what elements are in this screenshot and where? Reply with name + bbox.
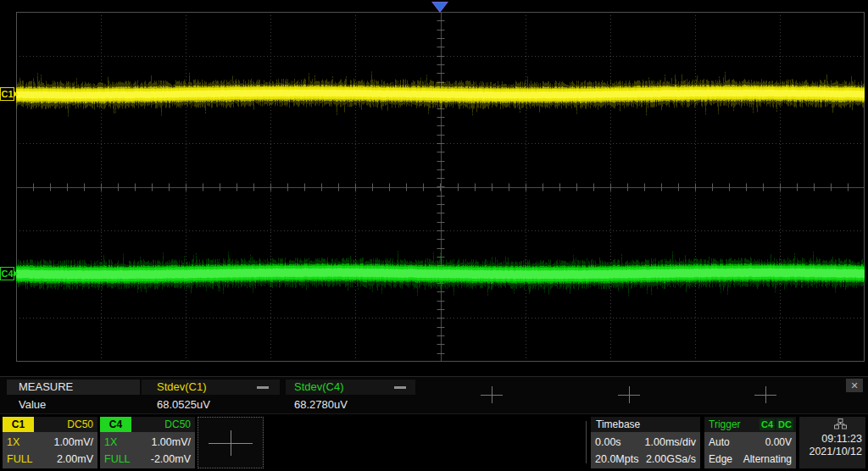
- channel-1-offset: 2.00mV: [57, 451, 93, 468]
- timebase-title: Timebase: [591, 417, 700, 432]
- timebase-memory: 20.0Mpts: [595, 451, 638, 468]
- add-channel-slot[interactable]: [198, 417, 264, 468]
- channel-4-scale: 1.00mV/: [151, 434, 191, 451]
- add-measurement-slot[interactable]: [475, 384, 509, 406]
- trigger-source-badge: C4: [760, 418, 775, 430]
- trigger-panel[interactable]: Trigger C4 DC Auto 0.00V Edge Alternatin…: [704, 417, 796, 468]
- trigger-level: 0.00V: [765, 434, 792, 451]
- add-measurement-slot[interactable]: [612, 384, 646, 406]
- measurement-stdev-c1[interactable]: Stdev(C1): [142, 380, 280, 395]
- channel-1-scale: 1.00mV/: [53, 434, 93, 451]
- trigger-position-icon: [433, 3, 447, 11]
- network-icon: [834, 418, 847, 429]
- channel-1-attenuation: 1X: [7, 434, 19, 451]
- channel-4-panel[interactable]: C4 DC50 1X 1.00mV/ FULL -2.00mV: [100, 417, 195, 468]
- channel-4-offset-label[interactable]: C4: [0, 267, 14, 280]
- measure-title: MEASURE: [7, 380, 140, 395]
- channel-1-offset-label[interactable]: C1: [0, 87, 14, 101]
- channel-1-badge[interactable]: C1: [3, 417, 34, 432]
- trigger-mode: Auto: [709, 434, 730, 451]
- measurement-value-c1: 68.0525uV: [142, 397, 210, 412]
- measurement-label: Stdev(C4): [294, 380, 344, 393]
- current-time: 09:11:23: [799, 433, 862, 446]
- measurement-value-c4: 68.2780uV: [286, 397, 348, 412]
- clock-panel[interactable]: 09:11:23 2021/10/12: [799, 417, 865, 468]
- add-measurement-slot[interactable]: [748, 384, 782, 406]
- channel-4-attenuation: 1X: [104, 434, 117, 451]
- close-icon[interactable]: ✕: [846, 379, 863, 392]
- timebase-panel[interactable]: Timebase 0.00s 1.00ms/div 20.0Mpts 2.00G…: [591, 417, 700, 468]
- divider: [586, 421, 587, 463]
- trigger-title: Trigger: [709, 417, 741, 432]
- oscilloscope-screen: C1 C4 MEASURE Stdev(C1) Stdev(C4) Value …: [0, 0, 868, 471]
- timebase-delay: 0.00s: [595, 434, 621, 451]
- channel-4-bandwidth: FULL: [104, 451, 131, 468]
- channel-1-panel[interactable]: C1 DC50 1X 1.00mV/ FULL 2.00mV: [3, 417, 97, 468]
- measurement-stdev-c4[interactable]: Stdev(C4): [286, 380, 415, 395]
- channel-1-bandwidth: FULL: [7, 451, 33, 468]
- channel-1-coupling: DC50: [34, 417, 97, 432]
- channel-4-badge[interactable]: C4: [100, 417, 131, 432]
- waveform-display[interactable]: [16, 12, 865, 362]
- current-date: 2021/10/12: [799, 446, 862, 458]
- channel-4-coupling: DC50: [131, 417, 195, 432]
- measurement-label: Stdev(C1): [157, 380, 207, 393]
- trigger-coupling-badge: DC: [776, 418, 793, 430]
- timebase-sample-rate: 2.00GSa/s: [646, 451, 696, 468]
- timebase-scale: 1.00ms/div: [645, 434, 696, 451]
- channel-4-offset: -2.00mV: [151, 451, 191, 468]
- value-row-label: Value: [7, 397, 46, 412]
- measure-bar: MEASURE Stdev(C1) Stdev(C4) Value 68.052…: [0, 376, 868, 414]
- trigger-slope: Alternating: [743, 451, 792, 468]
- trigger-type: Edge: [709, 451, 732, 468]
- status-bar: C1 DC50 1X 1.00mV/ FULL 2.00mV C4 DC50: [0, 415, 868, 471]
- remove-measurement-icon[interactable]: [257, 386, 269, 389]
- remove-measurement-icon[interactable]: [394, 386, 406, 389]
